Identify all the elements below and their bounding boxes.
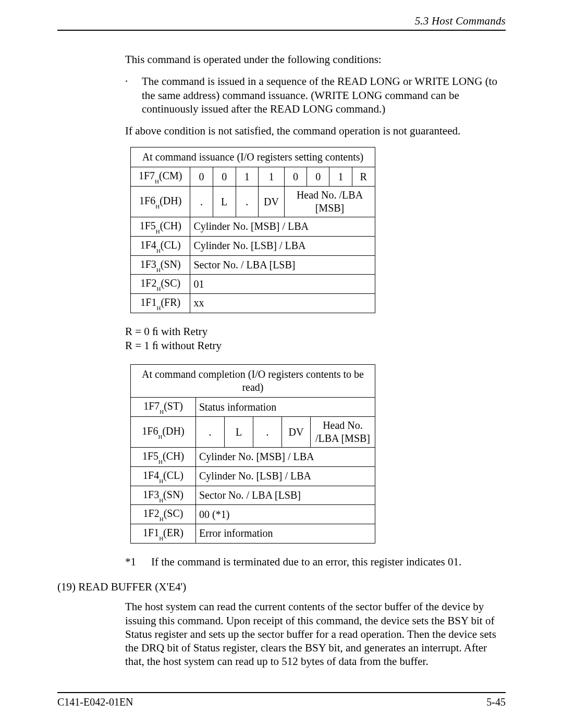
- reg-paren: (CH): [160, 220, 181, 231]
- reg-paren: (CL): [161, 239, 181, 251]
- reg-name: 1F2: [143, 508, 160, 519]
- table-row: 1F2H(SC) 01: [131, 275, 375, 294]
- reg-name: 1F5: [140, 220, 156, 231]
- reg-sub: H: [156, 228, 160, 235]
- reg-name: 1F3: [143, 489, 159, 500]
- table-row: 1F5H(CH) Cylinder No. [MSB] / LBA: [131, 217, 375, 237]
- reg-name: 1F7: [139, 170, 155, 181]
- reg-paren: (SC): [164, 508, 183, 519]
- section-paragraph: The host system can read the current con…: [125, 600, 506, 668]
- retry-block: R = 0 ﬁ with Retry R = 1 ﬁ without Retry: [125, 325, 506, 353]
- reg-name: 1F2: [140, 277, 156, 289]
- page-footer: C141-E042-01EN 5-45: [57, 692, 506, 708]
- reg-paren: (FR): [161, 297, 180, 308]
- cell-value: Cylinder No. [MSB] / LBA: [190, 217, 375, 237]
- bit-cell: 0: [213, 167, 236, 187]
- cell-value: 00 (*1): [196, 505, 375, 524]
- table-row: 1F6H(DH) . L . DV Head No. /LBA [MSB]: [131, 417, 375, 448]
- reg-sub: H: [158, 459, 163, 465]
- reg-sub: H: [156, 305, 161, 311]
- reg-sub: H: [159, 535, 163, 541]
- cell-value: Sector No. / LBA [LSB]: [190, 255, 375, 275]
- reg-sub: H: [159, 497, 163, 503]
- cell-value: Head No. /LBA [MSB]: [284, 187, 375, 217]
- reg-sub: H: [156, 267, 161, 273]
- page-number: 5-45: [486, 696, 506, 708]
- footnote-mark: *1: [125, 555, 151, 569]
- bit-cell: .: [236, 187, 258, 217]
- bit-cell: R: [352, 167, 375, 187]
- reg-sub: H: [155, 203, 160, 209]
- table-title: At command completion (I/O registers con…: [131, 365, 375, 398]
- bit-cell: 0: [307, 167, 329, 187]
- bit-cell: DV: [282, 417, 311, 448]
- bullet-dot-icon: ·: [125, 75, 142, 116]
- issuance-table: At command issuance (I/O registers setti…: [130, 147, 375, 313]
- reg-sub: H: [160, 409, 164, 415]
- reg-paren: (CM): [159, 170, 182, 181]
- table-title: At command issuance (I/O registers setti…: [131, 147, 375, 167]
- table-row: 1F5H(CH) Cylinder No. [MSB] / LBA: [131, 448, 375, 467]
- retry-line-1: R = 0 ﬁ with Retry: [125, 325, 506, 339]
- intro-line-2: If above condition is not satisfied, the…: [125, 124, 506, 138]
- table-row: 1F1H(FR) xx: [131, 294, 375, 313]
- bit-cell: DV: [258, 187, 284, 217]
- reg-name: 1F1: [140, 297, 156, 308]
- reg-paren: (ER): [163, 527, 183, 538]
- reg-paren: (SC): [161, 277, 180, 289]
- reg-name: 1F6: [142, 425, 158, 437]
- reg-name: 1F5: [142, 450, 158, 462]
- bit-cell: 0: [190, 167, 213, 187]
- bit-cell: .: [196, 417, 225, 448]
- reg-paren: (CL): [163, 470, 183, 481]
- table-row: 1F2H(SC) 00 (*1): [131, 505, 375, 524]
- table-row: 1F4H(CL) Cylinder No. [LSB] / LBA: [131, 236, 375, 255]
- bit-cell: L: [225, 417, 253, 448]
- body: This command is operated under the follo…: [57, 53, 506, 669]
- section-heading: (19) READ BUFFER (X'E4'): [57, 580, 506, 594]
- reg-sub: H: [156, 248, 161, 254]
- reg-name: 1F4: [143, 470, 159, 481]
- reg-paren: (DH): [160, 195, 181, 206]
- reg-paren: (CH): [163, 450, 184, 462]
- table-row: 1F7H(CM) 0 0 1 1 0 0 1 R: [131, 167, 375, 187]
- cell-value: Cylinder No. [MSB] / LBA: [196, 448, 375, 467]
- bit-cell: 0: [284, 167, 307, 187]
- reg-name: 1F7: [143, 400, 160, 412]
- intro-line-1: This command is operated under the follo…: [125, 53, 506, 66]
- table-row: 1F3H(SN) Sector No. / LBA [LSB]: [131, 486, 375, 505]
- reg-sub: H: [158, 434, 162, 440]
- cell-value: 01: [190, 275, 375, 294]
- reg-name: 1F1: [143, 527, 159, 538]
- reg-name: 1F3: [140, 258, 156, 270]
- reg-name: 1F6: [139, 195, 155, 206]
- reg-name: 1F4: [140, 239, 156, 251]
- bit-cell: 1: [329, 167, 352, 187]
- footnote: *1 If the command is terminated due to a…: [125, 555, 506, 569]
- reg-sub: H: [160, 516, 164, 522]
- bit-cell: .: [253, 417, 282, 448]
- cell-value: Head No. /LBA [MSB]: [311, 417, 375, 448]
- table-row: 1F1H(ER) Error information: [131, 524, 375, 544]
- bit-cell: .: [190, 187, 213, 217]
- table-row: 1F7H(ST) Status information: [131, 398, 375, 417]
- cell-value: xx: [190, 294, 375, 313]
- reg-paren: (SN): [163, 489, 183, 500]
- reg-sub: H: [155, 178, 159, 184]
- footnote-text: If the command is terminated due to an e…: [151, 555, 461, 569]
- bullet-text: The command is issued in a sequence of t…: [142, 75, 506, 116]
- bit-cell: L: [213, 187, 236, 217]
- page: 5.3 Host Commands This command is operat…: [0, 0, 563, 728]
- reg-paren: (ST): [164, 400, 183, 412]
- completion-table: At command completion (I/O registers con…: [130, 364, 375, 544]
- reg-paren: (SN): [161, 258, 181, 270]
- reg-sub: H: [156, 286, 161, 292]
- page-header: 5.3 Host Commands: [57, 15, 506, 31]
- bullet-item: · The command is issued in a sequence of…: [125, 75, 506, 116]
- reg-paren: (DH): [162, 425, 184, 437]
- cell-value: Sector No. / LBA [LSB]: [196, 486, 375, 505]
- retry-line-2: R = 1 ﬁ without Retry: [125, 339, 506, 353]
- cell-value: Status information: [196, 398, 375, 417]
- doc-id: C141-E042-01EN: [57, 696, 133, 708]
- cell-value: Cylinder No. [LSB] / LBA: [190, 236, 375, 255]
